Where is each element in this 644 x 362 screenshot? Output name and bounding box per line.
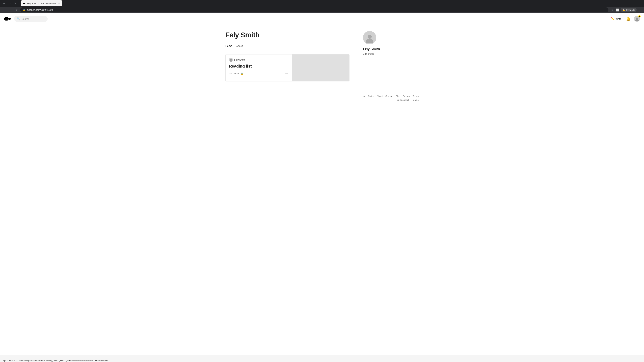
svg-point-8	[230, 59, 232, 60]
card-more-button[interactable]: ···	[284, 71, 289, 76]
svg-point-5	[8, 17, 11, 20]
main-content: Fely Smith ··· Home About	[221, 24, 422, 88]
incognito-badge[interactable]: 🕵 Incognito	[620, 8, 636, 12]
new-tab-button[interactable]: +	[63, 2, 68, 6]
footer-link-status[interactable]: Status	[368, 95, 374, 97]
card-author-avatar	[229, 58, 233, 62]
forward-button[interactable]: →	[8, 7, 13, 12]
card-footer: No stories 🔒 ···	[229, 71, 289, 76]
card-thumbnail-1	[292, 54, 321, 81]
tab-close-button[interactable]: ✕	[58, 2, 60, 5]
lock-icon: 🔒	[240, 72, 243, 75]
footer-link-teams[interactable]: Teams	[412, 99, 418, 101]
back-button[interactable]: ←	[2, 7, 7, 12]
header-actions: ✏️ Write 🔔 ✦	[610, 16, 640, 22]
split-screen-button[interactable]: ⬜	[615, 7, 620, 12]
profile-sidebar: Fely Smith Edit profile	[363, 31, 406, 81]
svg-point-10	[368, 35, 372, 39]
tab-favicon	[23, 2, 26, 5]
medium-header: 🔍 Search ✏️ Write 🔔 ✦	[0, 13, 644, 24]
no-stories: No stories 🔒	[229, 72, 243, 75]
window-controls: ─ ▭ ✕	[2, 1, 18, 6]
no-stories-text: No stories	[229, 72, 240, 75]
card-author: Fely Smith	[229, 58, 289, 62]
menu-button[interactable]: ⋮	[637, 7, 642, 12]
footer-links-row2: Text to speech Teams	[226, 99, 418, 101]
tab-bar: Fely Smith on Medium curated ✕ +	[19, 0, 642, 6]
search-icon: 🔍	[17, 17, 20, 20]
medium-logo[interactable]	[4, 15, 11, 22]
incognito-icon: 🕵	[622, 8, 625, 11]
reading-list-card: Fely Smith Reading list No stories 🔒 ···	[226, 54, 350, 81]
card-author-name: Fely Smith	[234, 58, 245, 61]
svg-point-4	[7, 17, 8, 21]
edit-profile-button[interactable]: Edit profile	[363, 52, 374, 55]
search-placeholder: Search	[22, 17, 30, 20]
address-bar[interactable]: 🔒 medium.com/@89f4222e	[20, 7, 608, 12]
tab-home[interactable]: Home	[226, 43, 232, 49]
profile-tabs: Home About	[226, 43, 350, 49]
membership-plus-badge: ✦	[638, 15, 641, 17]
footer-link-about[interactable]: About	[377, 95, 383, 97]
footer-link-blog[interactable]: Blog	[396, 95, 400, 97]
reading-list-title: Reading list	[229, 64, 289, 68]
active-tab[interactable]: Fely Smith on Medium curated ✕	[21, 0, 62, 6]
browser-actions: ☆ ⬜ 🕵 Incognito ⋮	[610, 7, 642, 12]
footer-link-help[interactable]: Help	[361, 95, 366, 97]
card-content: Fely Smith Reading list No stories 🔒 ···	[226, 54, 292, 81]
write-label: Write	[616, 17, 621, 20]
footer-link-privacy[interactable]: Privacy	[403, 95, 410, 97]
address-url: medium.com/@89f4222e	[27, 8, 53, 11]
tab-title: Fely Smith on Medium curated	[27, 2, 56, 5]
footer-link-careers[interactable]: Careers	[386, 95, 393, 97]
card-thumbnails	[292, 54, 349, 81]
write-button[interactable]: ✏️ Write	[610, 16, 623, 22]
restore-button[interactable]: ▭	[8, 1, 12, 6]
footer-link-tts[interactable]: Text to speech	[396, 99, 410, 101]
reload-button[interactable]: ↻	[14, 7, 19, 12]
bell-icon: 🔔	[626, 16, 630, 21]
address-bar-row: ← → ↻ 🔒 medium.com/@89f4222e ☆ ⬜ 🕵 Incog…	[0, 7, 644, 13]
sidebar-avatar	[363, 31, 376, 44]
svg-point-2	[24, 3, 25, 4]
svg-point-9	[230, 60, 232, 61]
profile-main: Fely Smith ··· Home About	[226, 31, 350, 81]
profile-header: Fely Smith ···	[226, 31, 350, 39]
statusbar-url: https://medium.com/me/settings/account?s…	[2, 359, 110, 362]
svg-point-7	[635, 19, 639, 21]
avatar-container: ✦	[634, 16, 640, 22]
minimize-button[interactable]: ─	[2, 1, 7, 6]
svg-point-6	[636, 17, 638, 19]
incognito-label: Incognito	[626, 9, 635, 11]
browser-statusbar: https://medium.com/me/settings/account?s…	[0, 359, 112, 362]
profile-name: Fely Smith	[226, 31, 259, 39]
footer-link-terms[interactable]: Terms	[413, 95, 418, 97]
browser-titlebar: ─ ▭ ✕ Fely Smith on Medium curated ✕ +	[0, 0, 644, 7]
sidebar-name: Fely Smith	[363, 47, 406, 51]
notification-button[interactable]: 🔔	[626, 16, 631, 22]
more-options-button[interactable]: ···	[344, 31, 350, 37]
search-bar[interactable]: 🔍 Search	[14, 16, 48, 22]
write-icon: ✏️	[611, 17, 614, 21]
footer-links: Help Status About Careers Blog Privacy T…	[226, 95, 418, 97]
browser-chrome: ─ ▭ ✕ Fely Smith on Medium curated ✕ +	[0, 0, 644, 13]
card-thumbnail-2	[321, 54, 350, 81]
medium-page: 🔍 Search ✏️ Write 🔔 ✦	[0, 13, 644, 355]
tab-about[interactable]: About	[236, 43, 243, 49]
medium-footer: Help Status About Careers Blog Privacy T…	[0, 88, 644, 106]
bookmark-button[interactable]: ☆	[610, 7, 614, 12]
close-button[interactable]: ✕	[13, 1, 18, 6]
lock-icon: 🔒	[23, 9, 25, 11]
svg-point-11	[366, 39, 373, 43]
